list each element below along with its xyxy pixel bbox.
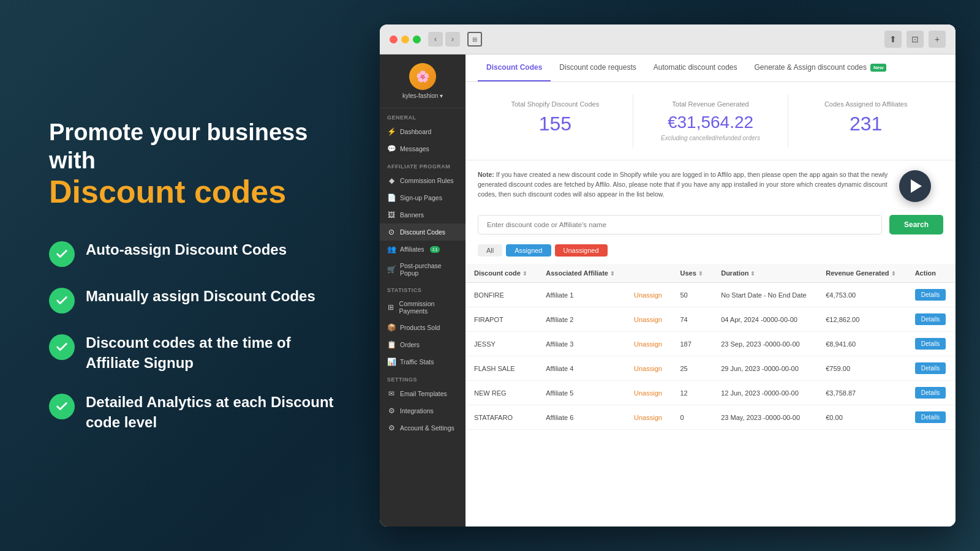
- unassign-cell[interactable]: Unassign: [625, 381, 671, 405]
- action-cell[interactable]: Details: [907, 356, 956, 381]
- search-button[interactable]: Search: [889, 215, 943, 234]
- action-cell[interactable]: Details: [907, 283, 956, 307]
- sidebar-item-post-purchase-popup[interactable]: 🛒 Post-purchase Popup: [380, 258, 466, 281]
- filter-assigned[interactable]: Assigned: [506, 244, 551, 257]
- revenue-cell: €4,753.00: [817, 283, 906, 307]
- sidebar-section-general: GENERAL: [380, 108, 466, 123]
- play-icon: [911, 179, 922, 193]
- duplicate-button[interactable]: ⊡: [907, 31, 924, 48]
- code-cell: BONFIRE: [466, 283, 537, 307]
- app-content: 🌸 kyles-fashion ▾ GENERAL ⚡ Dashboard 💬 …: [380, 54, 956, 527]
- back-button[interactable]: ‹: [428, 32, 443, 47]
- sort-icon: ⇕: [522, 271, 527, 277]
- sidebar-item-email-templates[interactable]: ✉ Email Templates: [380, 385, 466, 402]
- add-button[interactable]: +: [929, 31, 946, 48]
- unassign-cell[interactable]: Unassign: [625, 356, 671, 381]
- action-cell[interactable]: Details: [907, 307, 956, 332]
- stat-sub-1: Excluding cancelled/refunded orders: [646, 135, 776, 141]
- sidebar-item-affiliates[interactable]: 👥 Affiliates 11: [380, 241, 466, 258]
- feature-item-1: Auto-assign Discount Codes: [49, 240, 343, 267]
- sidebar-item-label: Affiliates: [400, 246, 424, 253]
- col-label: Duration: [721, 269, 748, 277]
- tab-discount-codes[interactable]: Discount Codes: [478, 54, 551, 81]
- affiliate-cell: Affiliate 2: [537, 307, 625, 332]
- sidebar-item-account-&-settings[interactable]: ⚙ Account & Settings: [380, 419, 466, 437]
- stat-label-2: Codes Assigned to Affiliates: [801, 100, 931, 108]
- table-body: BONFIRE Affiliate 1 Unassign 50 No Start…: [466, 283, 956, 430]
- tab-generate-&-assign-discount-codes[interactable]: Generate & Assign discount codesNew: [746, 54, 895, 81]
- sidebar-item-label: Messages: [400, 145, 429, 152]
- sidebar-item-orders[interactable]: 📋 Orders: [380, 336, 466, 353]
- unassign-button[interactable]: Unassign: [634, 365, 662, 372]
- sidebar-icon: 🖼: [387, 211, 396, 219]
- unassign-button[interactable]: Unassign: [634, 316, 662, 323]
- details-button[interactable]: Details: [915, 313, 946, 325]
- col-header-4[interactable]: Duration⇕: [712, 264, 817, 283]
- sidebar-item-messages[interactable]: 💬 Messages: [380, 140, 466, 157]
- sidebar-icon: 🛒: [387, 265, 396, 274]
- unassign-cell[interactable]: Unassign: [625, 332, 671, 356]
- uses-cell: 25: [671, 356, 712, 381]
- sidebar-item-sign-up-pages[interactable]: 📄 Sign-up Pages: [380, 189, 466, 206]
- sidebar-item-commission-payments[interactable]: ⊞ Commission Payments: [380, 296, 466, 319]
- play-button[interactable]: [899, 170, 931, 202]
- close-button[interactable]: [390, 36, 398, 43]
- sidebar-item-products-sold[interactable]: 📦 Products Sold: [380, 319, 466, 336]
- sidebar-icon: ⚙: [387, 424, 396, 432]
- filter-unassigned[interactable]: Unassigned: [555, 244, 608, 257]
- col-header-5[interactable]: Revenue Generated⇕: [817, 264, 906, 283]
- duration-cell: 04 Apr, 2024 -0000-00-00: [712, 307, 817, 332]
- sidebar-item-integrations[interactable]: ⚙ Integrations: [380, 402, 466, 419]
- new-badge: New: [870, 64, 886, 72]
- sidebar-item-commission-rules[interactable]: ◆ Commission Rules: [380, 172, 466, 189]
- details-button[interactable]: Details: [915, 338, 946, 350]
- unassign-cell[interactable]: Unassign: [625, 405, 671, 430]
- share-button[interactable]: ⬆: [884, 31, 902, 48]
- maximize-button[interactable]: [413, 36, 421, 43]
- badge: 11: [430, 246, 440, 253]
- promo-title-line2: Discount codes: [49, 174, 343, 209]
- sort-icon: ⇕: [750, 271, 755, 277]
- sort-icon: ⇕: [891, 271, 896, 277]
- details-button[interactable]: Details: [915, 387, 946, 399]
- unassign-cell[interactable]: Unassign: [625, 307, 671, 332]
- sidebar-item-discount-codes[interactable]: ⊙ Discount Codes: [380, 223, 466, 241]
- details-button[interactable]: Details: [915, 362, 946, 374]
- unassign-button[interactable]: Unassign: [634, 414, 662, 421]
- revenue-cell: €12,862.00: [817, 307, 906, 332]
- forward-button[interactable]: ›: [445, 32, 460, 47]
- search-input[interactable]: [478, 215, 882, 234]
- code-cell: STATAFARO: [466, 405, 537, 430]
- col-header-1[interactable]: Associated Affiliate⇕: [537, 264, 625, 283]
- col-header-0[interactable]: Discount code⇕: [466, 264, 537, 283]
- action-cell[interactable]: Details: [907, 381, 956, 405]
- store-name[interactable]: kyles-fashion ▾: [402, 92, 443, 99]
- minimize-button[interactable]: [401, 36, 409, 43]
- sidebar-section-statistics: STATISTICS: [380, 281, 466, 296]
- details-button[interactable]: Details: [915, 289, 946, 301]
- tabs-button[interactable]: ⊞: [467, 32, 482, 47]
- unassign-cell[interactable]: Unassign: [625, 283, 671, 307]
- sidebar-item-dashboard[interactable]: ⚡ Dashboard: [380, 123, 466, 140]
- table-row: JESSY Affiliate 3 Unassign 187 23 Sep, 2…: [466, 332, 956, 356]
- col-header-3[interactable]: Uses⇕: [671, 264, 712, 283]
- tab-discount-code-requests[interactable]: Discount code requests: [551, 54, 644, 81]
- filter-all[interactable]: All: [478, 244, 502, 257]
- sidebar-section-settings: SETTINGS: [380, 370, 466, 385]
- sidebar-item-label: Commission Rules: [400, 177, 454, 184]
- sidebar-item-traffic-stats[interactable]: 📊 Traffic Stats: [380, 353, 466, 370]
- sidebar-icon: 👥: [387, 245, 396, 253]
- unassign-button[interactable]: Unassign: [634, 340, 662, 348]
- tab-automatic-discount-codes[interactable]: Automatic discount codes: [645, 54, 746, 81]
- code-cell: FLASH SALE: [466, 356, 537, 381]
- unassign-button[interactable]: Unassign: [634, 291, 662, 299]
- unassign-button[interactable]: Unassign: [634, 389, 662, 397]
- details-button[interactable]: Details: [915, 411, 946, 423]
- sidebar-item-banners[interactable]: 🖼 Banners: [380, 206, 466, 223]
- note-text: If you have created a new discount code …: [478, 171, 888, 198]
- action-cell[interactable]: Details: [907, 332, 956, 356]
- action-cell[interactable]: Details: [907, 405, 956, 430]
- affiliate-cell: Affiliate 5: [537, 381, 625, 405]
- sidebar-icon: 📊: [387, 358, 396, 366]
- sidebar-item-label: Email Templates: [400, 390, 447, 397]
